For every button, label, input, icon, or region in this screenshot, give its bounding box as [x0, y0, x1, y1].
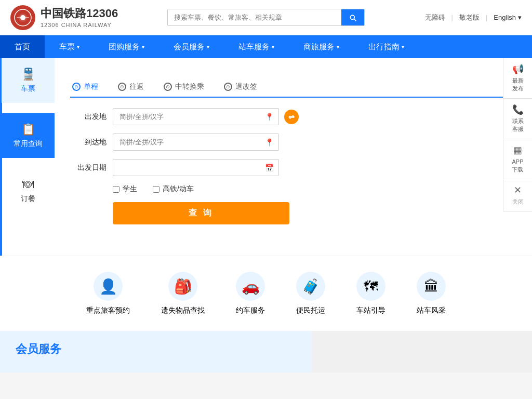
nav-item-guide[interactable]: 出行指南 ▾ [354, 35, 419, 58]
float-item-app[interactable]: ▦ APP下载 [503, 139, 532, 180]
header-right: 无障碍 | 敬老版 | English ▾ [407, 13, 522, 22]
nav-item-station[interactable]: 站车服务 ▾ [224, 35, 289, 58]
logo-text: 中国铁路12306 12306 CHINA RAILWAY [41, 6, 118, 29]
header: 中国铁路12306 12306 CHINA RAILWAY 无障碍 | 敬老版 … [0, 0, 532, 35]
divider: | [451, 14, 453, 21]
date-row: 出发日期 2024-11-25 📅 [70, 159, 516, 176]
search-input[interactable] [168, 9, 341, 25]
main-nav: 首页 车票 ▾ 团购服务 ▾ 会员服务 ▾ 站车服务 ▾ 商旅服务 ▾ 出行指南… [0, 35, 532, 58]
float-item-news[interactable]: 📢 最新发布 [503, 58, 532, 99]
tab-one-way[interactable]: ⊖ 单程 [70, 79, 100, 98]
float-close-label: 关闭 [512, 198, 524, 206]
tab-round-trip-icon: ⊖ [118, 83, 126, 91]
from-row: 出发地 📍 ⇌ [70, 108, 516, 125]
to-input[interactable] [113, 134, 279, 151]
service-lost-found[interactable]: 🎒 遗失物品查找 [145, 267, 220, 321]
from-label: 出发地 [70, 112, 107, 122]
logo-sub-title: 12306 CHINA RAILWAY [41, 21, 118, 29]
float-item-close[interactable]: ✕ 关闭 [503, 179, 532, 211]
food-icon: 🍽 [22, 178, 34, 191]
nav-arrow-ticket: ▾ [77, 44, 79, 50]
accessibility-link[interactable]: 无障碍 [425, 13, 445, 22]
member-section: 会员服务 [0, 331, 532, 373]
close-icon: ✕ [514, 184, 522, 196]
from-location-icon: 📍 [265, 113, 274, 121]
high-speed-checkbox[interactable] [153, 186, 159, 193]
date-label: 出发日期 [70, 163, 107, 172]
query-icon: 📋 [21, 123, 35, 136]
nav-item-group[interactable]: 团购服务 ▾ [94, 35, 159, 58]
member-title: 会员服务 [16, 341, 296, 357]
bottom-services: 👤 重点旅客预约 🎒 遗失物品查找 🚗 约车服务 🧳 便民托运 🗺 车站引导 🏛… [0, 256, 532, 331]
station-guide-label: 车站引导 [356, 306, 385, 315]
tab-round-trip[interactable]: ⊖ 往返 [116, 79, 146, 98]
lost-found-icon: 🎒 [168, 272, 197, 301]
station-view-icon: 🏛 [417, 272, 446, 301]
service-station-guide[interactable]: 🗺 车站引导 [341, 267, 401, 321]
swap-button[interactable]: ⇌ [284, 110, 299, 124]
nav-arrow-member: ▾ [207, 44, 209, 50]
tab-transfer[interactable]: ⊙ 中转换乘 [162, 79, 206, 98]
language-arrow: ▾ [518, 14, 522, 21]
search-submit-button[interactable]: 查 询 [113, 202, 289, 224]
divider2: | [486, 14, 487, 21]
sidebar-item-ticket[interactable]: 🚆 车票 [0, 58, 55, 103]
phone-icon: 📞 [512, 104, 524, 115]
language-selector[interactable]: English ▾ [494, 14, 522, 21]
sidebar-food-label: 订餐 [21, 194, 35, 204]
date-input[interactable]: 2024-11-25 [113, 159, 279, 176]
from-input[interactable] [113, 108, 279, 125]
sidebar-ticket-label: 车票 [21, 84, 35, 94]
logo-area: 中国铁路12306 12306 CHINA RAILWAY [10, 5, 125, 30]
elder-mode-link[interactable]: 敬老版 [459, 13, 480, 22]
to-row: 到达地 📍 [70, 134, 516, 151]
service-station-view[interactable]: 🏛 站车风采 [401, 267, 461, 321]
language-label: English [494, 14, 516, 21]
tab-change-icon: ⊙ [224, 83, 232, 91]
student-checkbox[interactable] [113, 186, 119, 193]
booking-form-area: ⊖ 单程 ⊖ 往返 ⊙ 中转换乘 ⊙ 退改签 出发地 📍 ⇌ [55, 69, 532, 240]
car-service-icon: 🚗 [236, 272, 265, 301]
svg-rect-2 [17, 17, 29, 18]
main-content: 🚆 车票 📋 常用查询 🍽 订餐 ⊖ 单程 ⊖ 往返 ⊙ 中转换乘 [0, 58, 532, 256]
from-input-wrap: 📍 ⇌ [113, 108, 279, 125]
nav-item-business[interactable]: 商旅服务 ▾ [289, 35, 354, 58]
member-right [312, 331, 532, 373]
vip-booking-icon: 👤 [94, 272, 123, 301]
student-checkbox-label[interactable]: 学生 [113, 184, 137, 194]
float-item-contact[interactable]: 📞 联系客服 [503, 99, 532, 139]
nav-item-ticket[interactable]: 车票 ▾ [45, 35, 94, 58]
sidebar-query-label: 常用查询 [14, 139, 43, 149]
qrcode-icon: ▦ [513, 144, 522, 156]
logistics-icon: 🧳 [296, 272, 325, 301]
nav-item-member[interactable]: 会员服务 ▾ [159, 35, 224, 58]
service-car[interactable]: 🚗 约车服务 [220, 267, 281, 321]
booking-tabs: ⊖ 单程 ⊖ 往返 ⊙ 中转换乘 ⊙ 退改签 [70, 79, 516, 98]
station-guide-icon: 🗺 [356, 272, 385, 301]
nav-arrow-station: ▾ [272, 44, 274, 50]
to-location-icon: 📍 [265, 138, 274, 147]
sidebar: 🚆 车票 📋 常用查询 🍽 订餐 [0, 58, 55, 256]
to-input-wrap: 📍 [113, 134, 279, 151]
nav-item-home[interactable]: 首页 [0, 35, 45, 58]
search-area [125, 9, 407, 26]
tab-transfer-label: 中转换乘 [175, 82, 204, 91]
service-logistics[interactable]: 🧳 便民托运 [281, 267, 341, 321]
student-label: 学生 [123, 184, 137, 194]
options-row: 学生 高铁/动车 [70, 184, 516, 194]
station-view-label: 站车风采 [417, 306, 446, 315]
logo-main-title: 中国铁路12306 [41, 6, 118, 21]
tab-one-way-icon: ⊖ [72, 83, 81, 91]
float-app-label: APP下载 [512, 158, 523, 174]
high-speed-checkbox-label[interactable]: 高铁/动车 [153, 184, 194, 194]
tab-transfer-icon: ⊙ [164, 83, 172, 91]
tab-round-trip-label: 往返 [129, 82, 144, 91]
sidebar-item-query[interactable]: 📋 常用查询 [0, 113, 55, 158]
tab-change[interactable]: ⊙ 退改签 [222, 79, 259, 98]
service-vip-booking[interactable]: 👤 重点旅客预约 [71, 267, 145, 321]
search-button[interactable] [341, 9, 364, 25]
float-panel: 📢 最新发布 📞 联系客服 ▦ APP下载 ✕ 关闭 [503, 58, 532, 211]
sidebar-item-food[interactable]: 🍽 订餐 [0, 168, 55, 213]
member-left: 会员服务 [0, 331, 312, 373]
nav-arrow-business: ▾ [337, 44, 339, 50]
